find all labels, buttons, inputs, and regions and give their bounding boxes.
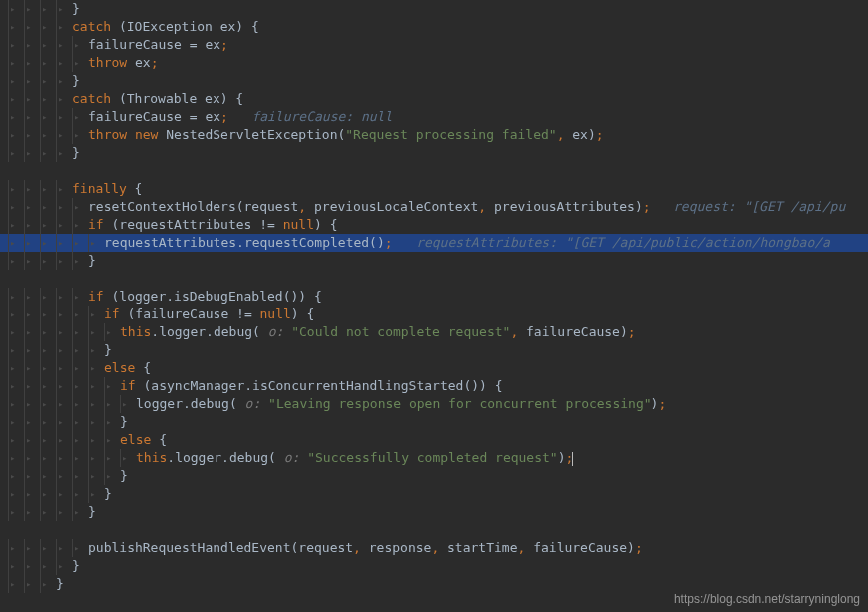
code-content[interactable]: failureCause = ex; <box>88 36 228 54</box>
indent-guides <box>8 198 88 216</box>
indent-guides <box>8 252 88 270</box>
code-line[interactable]: failureCause = ex; <box>0 36 868 54</box>
code-line[interactable]: else { <box>0 359 868 377</box>
code-content[interactable]: logger.debug( o: "Leaving response open … <box>136 395 666 413</box>
indent-guides <box>8 449 136 467</box>
indent-guides <box>8 377 120 395</box>
code-editor[interactable]: }catch (IOException ex) {failureCause = … <box>0 0 868 612</box>
indent-guides <box>8 108 88 126</box>
indent-guides <box>8 557 72 575</box>
code-content[interactable]: throw new NestedServletException("Reques… <box>88 126 604 144</box>
code-content[interactable]: failureCause = ex; failureCause: null <box>88 108 392 126</box>
code-line[interactable] <box>0 521 868 539</box>
code-line[interactable]: if (requestAttributes != null) { <box>0 216 868 234</box>
indent-guides <box>8 90 72 108</box>
code-content[interactable]: this.logger.debug( o: "Successfully comp… <box>136 449 573 467</box>
indent-guides <box>8 288 88 306</box>
code-content[interactable]: if (asyncManager.isConcurrentHandlingSta… <box>120 377 503 395</box>
indent-guides <box>8 431 120 449</box>
code-content[interactable]: publishRequestHandledEvent(request, resp… <box>88 539 643 557</box>
indent-guides <box>8 18 72 36</box>
code-content[interactable]: } <box>72 72 80 90</box>
indent-guides <box>8 467 120 485</box>
code-content[interactable]: resetContextHolders(request, previousLoc… <box>88 198 845 216</box>
code-content[interactable]: } <box>88 252 96 270</box>
indent-guides <box>8 485 104 503</box>
code-content[interactable]: } <box>104 485 112 503</box>
code-content[interactable]: else { <box>120 431 167 449</box>
code-content[interactable]: if (logger.isDebugEnabled()) { <box>88 288 322 306</box>
code-content[interactable]: } <box>120 413 128 431</box>
code-line[interactable] <box>0 162 868 180</box>
code-line[interactable]: if (logger.isDebugEnabled()) { <box>0 288 868 306</box>
code-line[interactable]: } <box>0 503 868 521</box>
code-line[interactable]: } <box>0 413 868 431</box>
code-content[interactable]: } <box>88 503 96 521</box>
code-line[interactable]: } <box>0 557 868 575</box>
code-line[interactable]: } <box>0 144 868 162</box>
code-line[interactable]: } <box>0 0 868 18</box>
indent-guides <box>8 539 88 557</box>
indent-guides <box>8 126 88 144</box>
code-line[interactable]: } <box>0 72 868 90</box>
indent-guides <box>8 72 72 90</box>
code-line[interactable]: resetContextHolders(request, previousLoc… <box>0 198 868 216</box>
code-content[interactable]: catch (IOException ex) { <box>72 18 259 36</box>
code-line[interactable]: throw new NestedServletException("Reques… <box>0 126 868 144</box>
code-line[interactable]: } <box>0 485 868 503</box>
code-content[interactable]: if (failureCause != null) { <box>104 306 314 323</box>
code-content[interactable]: } <box>104 341 112 359</box>
code-line[interactable] <box>0 270 868 288</box>
code-line[interactable]: } <box>0 252 868 270</box>
code-line[interactable]: } <box>0 467 868 485</box>
code-line[interactable]: logger.debug( o: "Leaving response open … <box>0 395 868 413</box>
indent-guides <box>8 144 72 162</box>
code-line[interactable]: if (asyncManager.isConcurrentHandlingSta… <box>0 377 868 395</box>
code-line[interactable]: else { <box>0 431 868 449</box>
watermark-text: https://blog.csdn.net/starryninglong <box>674 590 860 608</box>
code-line[interactable]: throw ex; <box>0 54 868 72</box>
code-content[interactable]: if (requestAttributes != null) { <box>88 216 337 234</box>
code-content[interactable]: } <box>72 557 80 575</box>
code-content[interactable]: } <box>72 0 80 18</box>
indent-guides <box>8 234 104 252</box>
code-line[interactable]: catch (IOException ex) { <box>0 18 868 36</box>
code-content[interactable]: } <box>120 467 128 485</box>
indent-guides <box>8 180 72 198</box>
code-line[interactable]: catch (Throwable ex) { <box>0 90 868 108</box>
indent-guides <box>8 36 88 54</box>
code-content[interactable]: this.logger.debug( o: "Could not complet… <box>120 323 636 341</box>
indent-guides <box>8 306 104 323</box>
indent-guides <box>8 323 120 341</box>
code-line[interactable]: failureCause = ex; failureCause: null <box>0 108 868 126</box>
code-content[interactable]: requestAttributes.requestCompleted(); re… <box>104 234 830 252</box>
indent-guides <box>8 359 104 377</box>
indent-guides <box>8 503 88 521</box>
indent-guides <box>8 216 88 234</box>
code-line[interactable]: this.logger.debug( o: "Successfully comp… <box>0 449 868 467</box>
indent-guides <box>8 575 56 593</box>
code-content[interactable]: throw ex; <box>88 54 158 72</box>
code-content[interactable]: else { <box>104 359 151 377</box>
code-content[interactable]: catch (Throwable ex) { <box>72 90 243 108</box>
code-line[interactable]: finally { <box>0 180 868 198</box>
code-content[interactable]: } <box>72 144 80 162</box>
indent-guides <box>8 395 136 413</box>
text-cursor <box>572 452 573 466</box>
code-content[interactable]: } <box>56 575 64 593</box>
code-line[interactable]: requestAttributes.requestCompleted(); re… <box>0 234 868 252</box>
code-line[interactable]: publishRequestHandledEvent(request, resp… <box>0 539 868 557</box>
code-line[interactable]: } <box>0 341 868 359</box>
indent-guides <box>8 54 88 72</box>
code-line[interactable]: this.logger.debug( o: "Could not complet… <box>0 323 868 341</box>
indent-guides <box>8 0 72 18</box>
indent-guides <box>8 341 104 359</box>
code-line[interactable]: if (failureCause != null) { <box>0 306 868 323</box>
code-content[interactable]: finally { <box>72 180 142 198</box>
indent-guides <box>8 413 120 431</box>
